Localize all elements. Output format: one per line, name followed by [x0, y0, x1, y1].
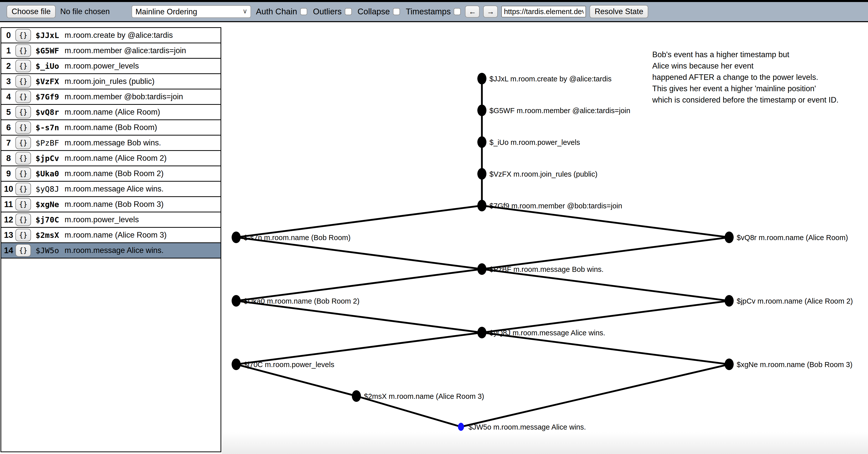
dag-node-label: $G5WF m.room.member @alice:tardis=join	[490, 106, 630, 115]
dag-edge	[236, 237, 482, 269]
dag-edge	[236, 205, 482, 237]
dag-node-label: $vQ8r m.room.name (Alice Room)	[737, 233, 848, 241]
dag-edge	[236, 269, 482, 301]
dag-node-label: $yQ8J m.room.message Alice wins.	[490, 329, 605, 337]
dag-edge	[236, 301, 482, 332]
dag-node-label: $j70C m.room.power_levels	[244, 360, 334, 368]
dag-edge	[461, 364, 729, 427]
dag-node-label: $PzBF m.room.message Bob wins.	[490, 265, 603, 273]
dag-node-label: $-s7n m.room.name (Bob Room)	[244, 233, 350, 241]
dag-edge	[482, 332, 729, 364]
dag-edge	[482, 301, 729, 332]
annotation-text: Bob's event has a higher timestamp butAl…	[652, 49, 868, 105]
annotation-line: which is considered before the timestamp…	[652, 94, 868, 105]
dag-node-label: $2msX m.room.name (Alice Room 3)	[364, 392, 484, 400]
dag-node-label: $xgNe m.room.name (Bob Room 3)	[737, 360, 852, 368]
dag-node-$JJxL[interactable]	[477, 73, 487, 85]
dag-node-$-s7n[interactable]	[231, 231, 241, 243]
dag-edge	[236, 364, 356, 396]
dag-node-$G5WF[interactable]	[477, 104, 487, 116]
dag-node-$jpCv[interactable]	[724, 295, 734, 306]
annotation-line: Bob's event has a higher timestamp but	[652, 49, 868, 60]
annotation-line: Alice wins because her event	[652, 60, 868, 71]
dag-node-label: $JW5o m.room.message Alice wins.	[468, 423, 586, 431]
dag-node-$PzBF[interactable]	[477, 263, 487, 275]
dag-edge	[356, 396, 461, 427]
annotation-line: happened AFTER a change to the power lev…	[652, 71, 868, 83]
dag-node-$xgNe[interactable]	[724, 358, 734, 370]
dag-node-$JW5o[interactable]	[458, 423, 464, 431]
dag-node-$2msX[interactable]	[352, 390, 361, 402]
dag-node-$j70C[interactable]	[231, 358, 241, 370]
dag-node-$yQ8J[interactable]	[477, 327, 487, 338]
dag-edge	[482, 237, 729, 269]
dag-node-$vQ8r[interactable]	[724, 231, 734, 243]
dag-node-label: $JJxL m.room.create by @alice:tardis	[490, 75, 612, 83]
dag-edge	[482, 269, 729, 301]
dag-edge	[482, 205, 729, 237]
dag-node-$_iUo[interactable]	[477, 136, 487, 148]
dag-node-$Uka0[interactable]	[231, 295, 241, 306]
dag-node-label: $VzFX m.room.join_rules (public)	[490, 170, 597, 178]
dag-node-$7Gf9[interactable]	[477, 200, 487, 212]
dag-node-$VzFX[interactable]	[477, 168, 487, 180]
dag-node-label: $7Gf9 m.room.member @bob:tardis=join	[490, 202, 622, 210]
dag-node-label: $Uka0 m.room.name (Bob Room 2)	[244, 297, 360, 305]
dag-node-label: $_iUo m.room.power_levels	[490, 138, 580, 147]
annotation-line: This gives her event a higher 'mainline …	[652, 83, 868, 94]
dag-node-label: $jpCv m.room.name (Alice Room 2)	[737, 297, 853, 305]
dag-edge	[236, 332, 482, 364]
